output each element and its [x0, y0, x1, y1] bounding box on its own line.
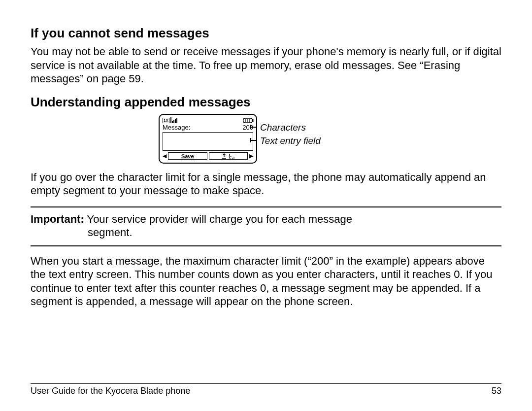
text-entry-field — [163, 132, 253, 151]
right-arrow-icon: ▶ — [249, 153, 253, 159]
figure-row: 1X Message: 200 ◀ Save — [159, 114, 501, 164]
save-softkey: Save — [168, 152, 207, 160]
signal-icon — [170, 117, 177, 123]
page-footer: User Guide for the Kyocera Blade phone 5… — [31, 383, 501, 396]
important-note: Important: Your service provider will ch… — [31, 206, 501, 246]
message-header-row: Message: 200 — [162, 124, 254, 132]
battery-icon — [243, 118, 253, 123]
heading-cannot-send: If you cannot send messages — [31, 26, 501, 41]
left-arrow-icon: ◀ — [163, 153, 166, 159]
status-bar: 1X — [162, 117, 254, 124]
callout-tick-icon — [250, 127, 257, 128]
message-label: Message: — [163, 124, 190, 131]
svg-rect-0 — [243, 118, 252, 123]
para-counter-explain: When you start a message, the maximum ch… — [31, 254, 501, 308]
phone-screen-illustration: 1X Message: 200 ◀ Save — [159, 114, 257, 164]
callout-tick-icon — [250, 140, 257, 141]
svg-rect-1 — [252, 119, 254, 122]
network-badge: 1X — [163, 118, 169, 123]
input-mode-softkey: Zi — [209, 152, 248, 160]
important-label: Important: — [31, 213, 84, 225]
callout-text-field: Text entry field — [260, 136, 321, 145]
important-text-line2: segment. — [31, 226, 501, 240]
para-cannot-send: You may not be able to send or receive m… — [31, 45, 501, 86]
important-text-line1: Your service provider will charge you fo… — [87, 213, 352, 225]
callout-characters: Characters — [260, 123, 306, 132]
footer-page-number: 53 — [492, 386, 501, 396]
heading-appended: Understanding appended messages — [31, 95, 501, 110]
svg-text:Zi: Zi — [232, 156, 234, 159]
para-after-figure: If you go over the character limit for a… — [31, 171, 501, 198]
footer-title: User Guide for the Kyocera Blade phone — [31, 386, 190, 396]
softkey-bar: ◀ Save Zi ▶ — [162, 152, 254, 161]
figure-callouts: Characters Text entry field — [266, 114, 321, 145]
